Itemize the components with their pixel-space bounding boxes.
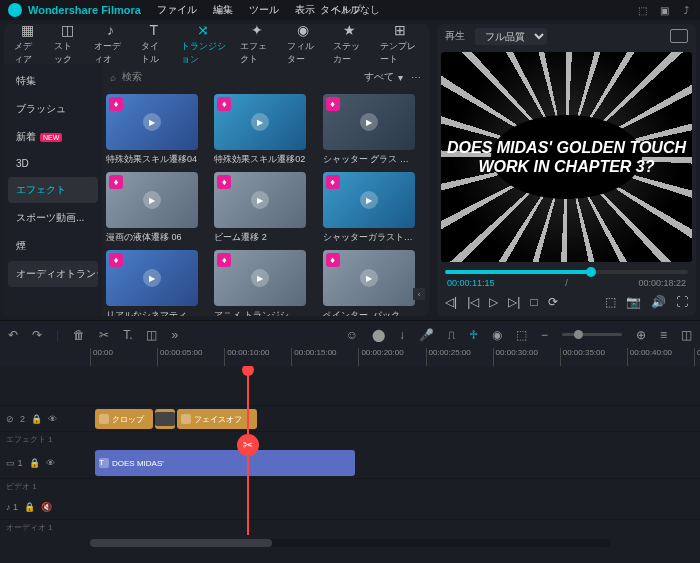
transition-card[interactable]: ♦リアルなシネマティック エ... — [106, 250, 208, 316]
more-tools-icon[interactable]: » — [171, 328, 178, 342]
mic-icon[interactable]: 🎤 — [419, 328, 434, 342]
timeline-ruler[interactable]: 00:00 00:00:05:00 00:00:10:00 00:00:15:0… — [0, 348, 700, 366]
crop-icon[interactable]: ◫ — [146, 328, 157, 342]
library-tabs: ▦メディア ◫ストック ♪オーディオ Tタイトル ⤨トランジション ✦エフェクト… — [4, 24, 429, 64]
transition-card[interactable]: ♦シャッター グラス パック ト... — [323, 94, 425, 166]
settings-icon[interactable]: ◫ — [681, 328, 692, 342]
step-fwd-icon[interactable]: ▷| — [508, 295, 520, 309]
split-icon[interactable]: ✂ — [237, 434, 259, 456]
menu-tools[interactable]: ツール — [245, 1, 283, 19]
collapse-left-icon[interactable]: ‹ — [413, 288, 425, 300]
sidebar-item-brush[interactable]: ブラッシュ — [8, 96, 98, 122]
sidebar-item-effect[interactable]: エフェクト — [8, 177, 98, 203]
transition-card[interactable]: ♦漫画の液体遷移 06 — [106, 172, 208, 244]
preview-video[interactable]: DOES MIDAS' GOLDEN TOUCH WORK IN CHAPTER… — [441, 52, 692, 262]
transition-card[interactable]: ♦アニメ トランジション 2 — [214, 250, 316, 316]
voice-icon[interactable]: ↓ — [399, 328, 405, 342]
sidebar-item-featured[interactable]: 特集 — [8, 68, 98, 94]
lock-icon[interactable]: 🔒 — [29, 458, 40, 468]
tab-audio[interactable]: ♪オーディオ — [88, 18, 133, 70]
filter-dropdown[interactable]: すべて▾ — [364, 70, 403, 84]
quality-select[interactable]: フル品質 — [475, 28, 547, 45]
track-link-icon[interactable]: ⊘ — [6, 414, 14, 424]
record-icon[interactable]: ⬤ — [372, 328, 385, 342]
tab-transition[interactable]: ⤨トランジション — [175, 18, 233, 70]
more-icon[interactable]: ⋯ — [411, 72, 421, 83]
tab-template[interactable]: ⊞テンプレート — [374, 18, 425, 70]
transition-card[interactable]: ♦特殊効果スキル遷移04 — [106, 94, 208, 166]
transition-card[interactable]: ♦特殊効果スキル遷移02 — [214, 94, 316, 166]
transition-card[interactable]: ♦シャッターガラストランジシ... — [323, 172, 425, 244]
zoom-out-icon[interactable]: − — [541, 328, 548, 342]
clip-video[interactable]: TDOES MIDAS' — [95, 450, 355, 476]
save-icon[interactable]: ⬚ — [636, 4, 648, 16]
playhead[interactable]: ✂ — [247, 366, 249, 535]
mute-icon[interactable]: 🔇 — [41, 502, 52, 512]
clip-crop[interactable]: クロップ — [95, 409, 153, 429]
delete-icon[interactable]: 🗑 — [73, 328, 85, 342]
effect-track[interactable]: ⊘2🔒👁 クロップ フェイスオフ — [0, 406, 700, 432]
step-back-icon[interactable]: |◁ — [467, 295, 479, 309]
audio-icon: ♪ — [102, 22, 118, 38]
lock-icon[interactable]: 🔒 — [24, 502, 35, 512]
zoom-in-icon[interactable]: ⊕ — [636, 328, 646, 342]
progress-bar[interactable] — [445, 270, 688, 274]
menu-view[interactable]: 表示 — [291, 1, 319, 19]
upload-icon[interactable]: ⤴ — [680, 4, 692, 16]
tab-filter[interactable]: ◉フィルター — [281, 18, 326, 70]
zoom-slider[interactable] — [562, 333, 622, 336]
track-icon[interactable]: ▭ 1 — [6, 458, 23, 468]
tab-effect[interactable]: ✦エフェクト — [234, 18, 279, 70]
group-icon[interactable]: ⬚ — [516, 328, 527, 342]
cut-icon[interactable]: ✂ — [99, 328, 109, 342]
preview-text-overlay: DOES MIDAS' GOLDEN TOUCH WORK IN CHAPTER… — [441, 138, 692, 176]
export-icon[interactable]: ▣ — [658, 4, 670, 16]
track-icon[interactable]: ♪ 1 — [6, 502, 18, 512]
search-input[interactable]: ⌕ 検索 — [110, 70, 356, 84]
menu-file[interactable]: ファイル — [153, 1, 201, 19]
transition-card[interactable]: ♦ペインター_パック_トランジ... — [323, 250, 425, 316]
visible-icon[interactable]: 👁 — [48, 414, 57, 424]
mixer-icon[interactable]: ⎍ — [448, 328, 455, 342]
stop-icon[interactable]: □ — [530, 295, 537, 309]
audio-track[interactable]: ♪ 1🔒🔇 — [0, 494, 700, 520]
progress-handle[interactable] — [586, 267, 596, 277]
tab-sticker[interactable]: ★ステッカー — [327, 18, 372, 70]
premium-icon: ♦ — [326, 97, 340, 111]
clip-faceoff[interactable]: フェイスオフ — [177, 409, 257, 429]
menu-edit[interactable]: 編集 — [209, 1, 237, 19]
undo-icon[interactable]: ↶ — [8, 328, 18, 342]
tab-stock[interactable]: ◫ストック — [48, 18, 86, 70]
premium-icon: ♦ — [217, 97, 231, 111]
snapshot-icon[interactable] — [670, 29, 688, 43]
redo-icon[interactable]: ↷ — [32, 328, 42, 342]
play-icon[interactable]: ▷ — [489, 295, 498, 309]
fullscreen-icon[interactable]: ⛶ — [676, 295, 688, 309]
timeline-scrollbar[interactable] — [90, 539, 610, 547]
enhance-icon[interactable]: ♱ — [469, 328, 478, 342]
sidebar-item-audio-trans[interactable]: オーディオトランジ... — [8, 261, 98, 287]
tab-title[interactable]: Tタイトル — [135, 18, 173, 70]
clip-thumb[interactable] — [155, 409, 175, 429]
snapshot-button[interactable]: 📷 — [626, 295, 641, 309]
sidebar-item-smoke[interactable]: 煙 — [8, 233, 98, 259]
transition-card[interactable]: ♦ビーム遷移 2 — [214, 172, 316, 244]
sidebar-item-sports[interactable]: スポーツ動画... — [8, 205, 98, 231]
transition-icon: ⤨ — [195, 22, 211, 38]
lock-icon[interactable]: 🔒 — [31, 414, 42, 424]
premium-icon: ♦ — [326, 253, 340, 267]
tab-media[interactable]: ▦メディア — [8, 18, 46, 70]
marker-icon[interactable]: ◉ — [492, 328, 502, 342]
volume-icon[interactable]: 🔊 — [651, 295, 666, 309]
library-panel: ▦メディア ◫ストック ♪オーディオ Tタイトル ⤨トランジション ✦エフェクト… — [4, 24, 429, 316]
visible-icon[interactable]: 👁 — [46, 458, 55, 468]
mark-in-icon[interactable]: ⬚ — [605, 295, 616, 309]
sidebar-item-new[interactable]: 新着NEW — [8, 124, 98, 150]
sidebar-item-3d[interactable]: 3D — [8, 152, 98, 175]
text-icon[interactable]: T. — [123, 328, 132, 342]
ai-icon[interactable]: ☺ — [346, 328, 358, 342]
rewind-icon[interactable]: ◁| — [445, 295, 457, 309]
layout-icon[interactable]: ≡ — [660, 328, 667, 342]
video-track[interactable]: ▭ 1🔒👁 TDOES MIDAS' — [0, 447, 700, 479]
loop-icon[interactable]: ⟳ — [548, 295, 558, 309]
